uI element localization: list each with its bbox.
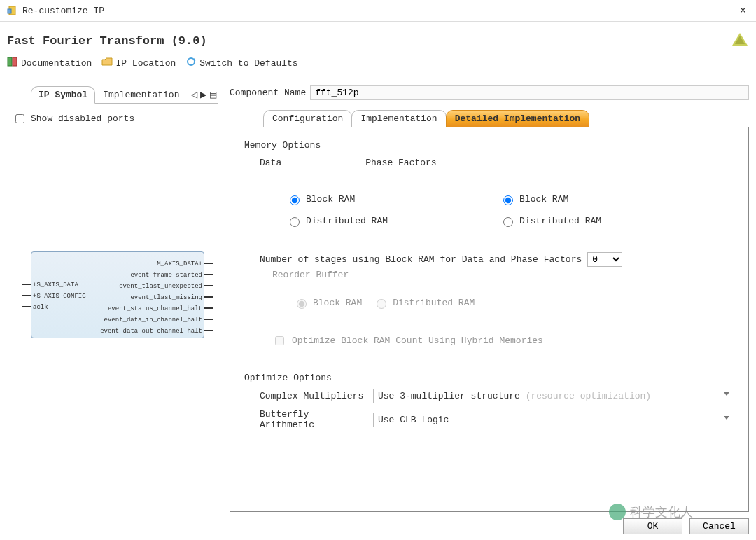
chevron-down-icon	[724, 416, 729, 420]
svg-rect-4	[8, 57, 12, 66]
window-icon	[7, 5, 18, 16]
show-disabled-label: Show disabled ports	[31, 113, 134, 124]
reorder-buffer-label: Reorder Buffer	[272, 270, 734, 280]
reorder-distributed-ram-radio: Distributed RAM	[373, 297, 475, 309]
optimize-options-heading: Optimize Options	[244, 373, 734, 383]
dialog-subtitle: Fast Fourier Transform (9.0)	[7, 34, 207, 48]
tab-next-icon[interactable]: ▶	[200, 90, 206, 99]
ok-button[interactable]: OK	[623, 518, 682, 534]
port-event-data-in-halt: event_data_in_channel_halt	[104, 315, 202, 325]
port-event-status-halt: event_status_channel_halt	[108, 304, 202, 314]
svg-rect-5	[13, 57, 17, 66]
data-distributed-ram-radio[interactable]: Distributed RAM	[286, 215, 388, 227]
data-column-label: Data	[260, 158, 281, 168]
ip-symbol-diagram: +S_AXIS_DATA +S_AXIS_CONFIG aclk M_AXIS_…	[31, 251, 204, 338]
book-icon	[7, 57, 18, 69]
port-s-axis-data: +S_AXIS_DATA	[33, 280, 78, 290]
complex-multipliers-select[interactable]: Use 3-multiplier structure (resource opt…	[373, 389, 734, 403]
port-event-data-out-halt: event_data_out_channel_halt	[100, 326, 202, 336]
port-m-axis-data: M_AXIS_DATA+	[157, 259, 202, 269]
tab-list-icon[interactable]: ▤	[209, 90, 217, 99]
port-aclk: aclk	[33, 303, 48, 312]
phase-block-ram-radio[interactable]: Block RAM	[500, 193, 601, 205]
cancel-button[interactable]: Cancel	[690, 518, 749, 534]
component-name-label: Component Name	[230, 88, 306, 98]
stages-label: Number of stages using Block RAM for Dat…	[260, 254, 582, 265]
switch-defaults-link[interactable]: Switch to Defaults	[186, 57, 298, 69]
tab-ip-symbol[interactable]: IP Symbol	[31, 86, 95, 104]
butterfly-arithmetic-label: Butterfly Arithmetic	[260, 409, 365, 430]
port-event-frame-started: event_frame_started	[130, 270, 202, 280]
vivado-logo-icon	[731, 32, 749, 50]
stages-select[interactable]: 0	[587, 252, 622, 267]
refresh-icon	[186, 57, 197, 69]
optimize-hybrid-label: Optimize Block RAM Count Using Hybrid Me…	[292, 335, 543, 346]
documentation-link[interactable]: Documentation	[7, 57, 92, 69]
phase-distributed-ram-radio[interactable]: Distributed RAM	[500, 215, 601, 227]
svg-marker-7	[194, 58, 196, 61]
optimize-hybrid-checkbox	[275, 336, 284, 345]
svg-rect-1	[8, 9, 11, 13]
ip-location-link[interactable]: IP Location	[102, 57, 176, 69]
phase-column-label: Phase Factors	[365, 158, 436, 168]
window-title: Re-customize IP	[22, 6, 737, 16]
port-event-tlast-missing: event_tlast_missing	[130, 293, 202, 303]
port-s-axis-config: +S_AXIS_CONFIG	[33, 291, 86, 301]
port-event-tlast-unexpected: event_tlast_unexpected	[119, 282, 202, 291]
chevron-down-icon	[724, 392, 729, 396]
tab-detailed-implementation[interactable]: Detailed Implementation	[446, 110, 589, 127]
data-block-ram-radio[interactable]: Block RAM	[286, 193, 388, 205]
show-disabled-checkbox[interactable]	[15, 114, 24, 123]
svg-point-6	[188, 58, 195, 65]
complex-multipliers-label: Complex Multipliers	[260, 391, 365, 401]
component-name-input[interactable]	[310, 85, 749, 100]
tab-configuration[interactable]: Configuration	[263, 110, 352, 127]
tab-implementation-left[interactable]: Implementation	[95, 86, 187, 104]
tab-implementation-right[interactable]: Implementation	[351, 110, 446, 127]
reorder-block-ram-radio: Block RAM	[293, 297, 362, 309]
tab-prev-icon[interactable]: ◁	[191, 90, 197, 99]
folder-icon	[102, 57, 113, 69]
memory-options-heading: Memory Options	[244, 140, 734, 151]
butterfly-arithmetic-select[interactable]: Use CLB Logic	[373, 413, 734, 427]
close-icon[interactable]: ×	[737, 4, 749, 17]
